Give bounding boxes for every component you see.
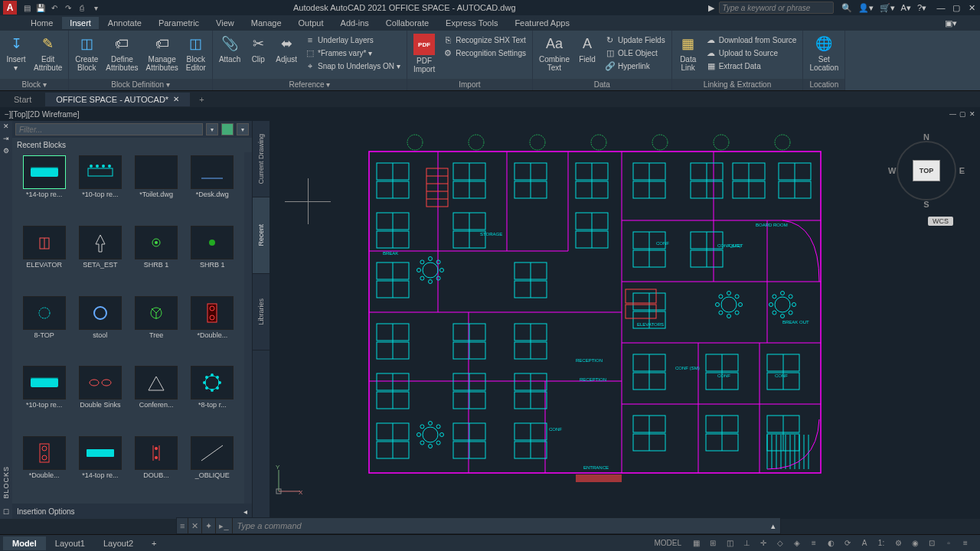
add-tab-button[interactable]: +	[193, 93, 210, 106]
ribbon-set-location-button[interactable]: 🌐Set Location	[806, 32, 841, 73]
ribbon-tab-collaborate[interactable]: Collaborate	[378, 17, 436, 29]
status-ortho-icon[interactable]: ⊥	[740, 537, 753, 549]
share-icon[interactable]: ▶	[708, 3, 714, 13]
viewport-minimize-icon[interactable]: —	[949, 110, 956, 118]
ribbon-tab-view[interactable]: View	[208, 17, 242, 29]
file-tab-start[interactable]: Start	[3, 93, 42, 106]
layout-tab-model[interactable]: Model	[3, 536, 46, 550]
blocks-sidetab-current-drawing[interactable]: Current Drawing	[253, 121, 270, 197]
block-item[interactable]: 8-TOP	[17, 295, 71, 362]
status-cycling-icon[interactable]: ⟳	[841, 537, 854, 549]
block-item[interactable]: SETA_EST	[73, 224, 127, 292]
block-item[interactable]: *10-top re...	[73, 154, 127, 221]
file-tab-document[interactable]: OFFICE SPACE - AUTOCAD* ✕	[45, 93, 190, 106]
block-item[interactable]: Conferen...	[129, 364, 184, 432]
blocks-scrollbar[interactable]	[244, 152, 252, 504]
insertion-options-toggle[interactable]: Insertion Options ◂	[12, 504, 252, 519]
ribbon-data-link-button[interactable]: ▦Data Link	[675, 32, 701, 73]
close-icon[interactable]: ✕	[173, 95, 179, 103]
ribbon-ole-object-button[interactable]: ◫OLE Object	[603, 47, 667, 59]
ribbon-pdf-import-button[interactable]: PDFPDF Import	[410, 32, 438, 75]
ribbon-clip-button[interactable]: ✂Clip	[245, 32, 271, 65]
ribbon-manage-attributes-button[interactable]: 🏷Manage Attributes	[143, 32, 181, 73]
qat-redo-icon[interactable]: ↷	[63, 2, 74, 13]
cmd-customize-icon[interactable]: ✦	[202, 518, 216, 533]
ribbon-field-button[interactable]: AField	[574, 32, 600, 65]
block-item[interactable]: stool	[73, 295, 127, 362]
block-item[interactable]: *Toilet.dwg	[129, 154, 184, 221]
ribbon-tab-annotate[interactable]: Annotate	[100, 17, 149, 29]
ribbon-panel-title[interactable]: Location	[803, 79, 844, 90]
ribbon-update-fields-button[interactable]: ↻Update Fields	[603, 34, 667, 46]
ribbon-panel-title[interactable]: Block Definition ▾	[69, 79, 212, 90]
ribbon-upload-to-source-button[interactable]: ☁Upload to Source	[704, 47, 799, 59]
block-item[interactable]: _OBLIQUE	[185, 435, 240, 502]
ribbon-hyperlink-button[interactable]: 🔗Hyperlink	[603, 60, 667, 72]
qat-save-icon[interactable]: 💾	[35, 2, 46, 13]
ribbon-tab-featured-apps[interactable]: Featured Apps	[507, 17, 577, 29]
cmd-close-icon[interactable]: ✕	[188, 518, 202, 533]
ribbon-panel-title[interactable]: Block ▾	[0, 79, 68, 90]
apps-icon[interactable]: A▾	[901, 3, 911, 13]
app-logo[interactable]: A	[3, 1, 17, 15]
ribbon-tab-insert[interactable]: Insert	[62, 17, 99, 29]
viewport-close-icon[interactable]: ✕	[969, 110, 975, 118]
ribbon-combine-text-button[interactable]: AaCombine Text	[536, 32, 573, 73]
block-item[interactable]: Double Sinks	[73, 364, 127, 432]
view-toggle-button[interactable]	[221, 123, 234, 135]
block-item[interactable]: *8-top r...	[185, 364, 240, 432]
ribbon-tab-manage[interactable]: Manage	[243, 17, 289, 29]
block-item[interactable]: Tree	[129, 295, 184, 362]
close-button[interactable]: ✕	[966, 3, 977, 13]
maximize-button[interactable]: ▢	[951, 3, 962, 13]
block-item[interactable]: ELEVATOR	[17, 224, 71, 292]
view-cube[interactable]: TOP NSEW	[888, 132, 965, 209]
status-clean-icon[interactable]: ▫	[942, 537, 956, 549]
help-icon[interactable]: ?▾	[917, 3, 926, 13]
ribbon-edit-attribute-button[interactable]: ✎Edit Attribute	[31, 32, 65, 73]
status-annotation-icon[interactable]: A	[858, 537, 871, 549]
command-input[interactable]: Type a command	[233, 521, 766, 530]
ribbon-tab-output[interactable]: Output	[291, 17, 332, 29]
panel-gear-icon[interactable]: ⚙	[3, 147, 9, 155]
block-item[interactable]: *Double...	[185, 295, 240, 362]
layout-tab-layout1[interactable]: Layout1	[46, 536, 94, 550]
ribbon-define-attributes-button[interactable]: 🏷Define Attributes	[103, 32, 141, 73]
blocks-sidetab-recent[interactable]: Recent	[253, 197, 270, 274]
blocks-sidetab-libraries[interactable]: Libraries	[253, 274, 270, 350]
blocks-filter-input[interactable]	[15, 123, 203, 135]
ribbon-extract-data-button[interactable]: ▦Extract Data	[704, 60, 799, 72]
block-item[interactable]: *Double...	[17, 435, 71, 502]
qat-open-icon[interactable]: ▤	[21, 2, 32, 13]
search-icon[interactable]: 🔍	[841, 3, 852, 13]
qat-undo-icon[interactable]: ↶	[49, 2, 60, 13]
panel-pin-icon[interactable]: ⇥	[3, 135, 9, 142]
ribbon-tab-add-ins[interactable]: Add-ins	[333, 17, 377, 29]
block-item[interactable]: DOUB...	[129, 435, 184, 502]
cmd-history-icon[interactable]: ≡	[177, 518, 188, 533]
ribbon-tab-parametric[interactable]: Parametric	[151, 17, 207, 29]
ribbon-recognition-settings-button[interactable]: ⚙Recognition Settings	[441, 47, 528, 59]
block-item[interactable]: *Desk.dwg	[185, 154, 240, 221]
block-item[interactable]: SHRB 1	[185, 224, 240, 292]
panel-close-icon[interactable]: ✕	[3, 122, 9, 130]
qat-more-icon[interactable]: ▾	[90, 2, 101, 13]
status-osnap-icon[interactable]: ◇	[773, 537, 787, 549]
filter-dropdown-icon[interactable]: ▾	[206, 123, 218, 135]
status-units-icon[interactable]: ⊡	[925, 537, 939, 549]
layout-tab-layout2[interactable]: Layout2	[94, 536, 142, 550]
help-search-input[interactable]: Type a keyword or phrase	[719, 2, 834, 14]
ribbon-panel-title[interactable]: Reference ▾	[213, 79, 407, 90]
view-options-icon[interactable]: ▾	[237, 123, 249, 135]
ribbon-block-editor-button[interactable]: ◫Block Editor	[183, 32, 209, 73]
ribbon-collapse-icon[interactable]: ▣▾	[945, 18, 957, 28]
status-3dosnap-icon[interactable]: ◈	[790, 537, 804, 549]
panel-misc-icon[interactable]: ☐	[3, 508, 9, 516]
status-scale-icon[interactable]: 1:	[874, 537, 888, 549]
ribbon-underlay-layers-button[interactable]: ≡Underlay Layers	[303, 34, 402, 46]
ribbon-adjust-button[interactable]: ⬌Adjust	[273, 32, 300, 65]
status-monitor-icon[interactable]: ◉	[908, 537, 922, 549]
ribbon-snap-to-underlays-on-button[interactable]: ⌖Snap to Underlays ON ▾	[303, 60, 402, 72]
ribbon-panel-title[interactable]: Linking & Extraction	[672, 79, 803, 90]
ribbon-frames-vary-button[interactable]: ⬚*Frames vary* ▾	[303, 47, 402, 59]
